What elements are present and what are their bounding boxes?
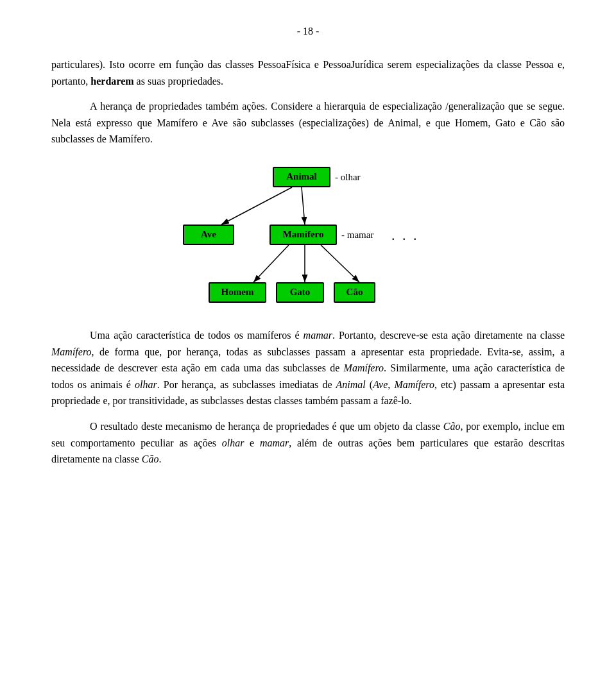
paragraph-3: Uma ação característica de todos os mamí… xyxy=(51,327,565,409)
label-olhar: - olhar xyxy=(335,172,361,183)
italic-cao-1: Cão xyxy=(443,421,461,432)
page-number: - 18 - xyxy=(51,26,565,37)
node-cao: Cão xyxy=(334,282,375,303)
italic-ave: Ave xyxy=(373,379,388,390)
italic-cao-2: Cão xyxy=(142,454,159,464)
italic-mamar-2: mamar xyxy=(260,437,289,448)
node-gato: Gato xyxy=(276,282,324,303)
svg-line-2 xyxy=(302,187,305,225)
dots-decoration: . . . xyxy=(391,227,419,244)
italic-olhar-2: olhar xyxy=(222,437,244,448)
node-homem: Homem xyxy=(209,282,266,303)
paragraph-4: O resultado deste mecanismo de herança d… xyxy=(51,418,565,468)
class-hierarchy-diagram: Animal Ave Mamífero Homem Gato Cão - olh… xyxy=(173,160,443,314)
node-ave: Ave xyxy=(183,225,234,245)
italic-olhar-1: olhar xyxy=(135,379,157,390)
paragraph-2: A herança de propriedades também ações. … xyxy=(51,98,565,148)
paragraph-1: particulares). Isto ocorre em função das… xyxy=(51,56,565,89)
italic-mamar-1: mamar xyxy=(304,330,332,341)
svg-line-3 xyxy=(253,245,289,282)
italic-mamifero-1: Mamífero xyxy=(51,346,92,357)
italic-mamifero-3: Mamífero xyxy=(394,379,434,390)
diagram-container: Animal Ave Mamífero Homem Gato Cão - olh… xyxy=(51,160,565,314)
italic-animal: Animal xyxy=(336,379,366,390)
page: - 18 - particulares). Isto ocorre em fun… xyxy=(0,0,616,696)
italic-mamifero-2: Mamífero xyxy=(344,362,384,373)
svg-line-5 xyxy=(321,245,359,282)
label-mamar: - mamar xyxy=(341,230,373,241)
bold-text-herdarem: herdarem xyxy=(90,76,133,87)
svg-line-1 xyxy=(221,187,292,225)
node-animal: Animal xyxy=(273,167,330,187)
node-mamifero: Mamífero xyxy=(270,225,337,245)
